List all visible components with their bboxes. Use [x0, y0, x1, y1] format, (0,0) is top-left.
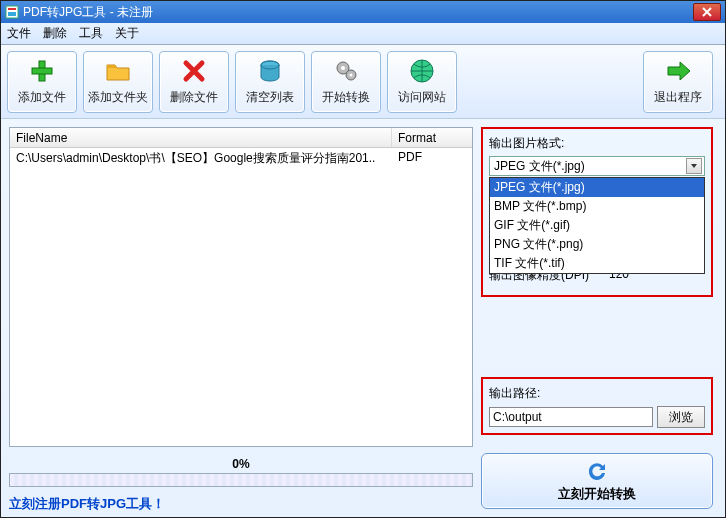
format-option[interactable]: BMP 文件(*.bmp) — [490, 197, 704, 216]
format-option[interactable]: GIF 文件(*.gif) — [490, 216, 704, 235]
menubar: 文件 删除 工具 关于 — [1, 23, 725, 45]
format-selected: JPEG 文件(*.jpg) — [494, 158, 585, 175]
cell-format: PDF — [392, 148, 472, 166]
table-row[interactable]: C:\Users\admin\Desktop\书\【SEO】Google搜索质量… — [10, 148, 472, 166]
close-button[interactable] — [693, 3, 721, 21]
exit-label: 退出程序 — [654, 89, 702, 106]
cell-filename: C:\Users\admin\Desktop\书\【SEO】Google搜索质量… — [10, 148, 392, 166]
folder-icon — [104, 57, 132, 85]
format-dropdown[interactable]: JPEG 文件(*.jpg) BMP 文件(*.bmp) GIF 文件(*.gi… — [489, 177, 705, 274]
browse-button[interactable]: 浏览 — [657, 406, 705, 428]
menu-tools[interactable]: 工具 — [79, 25, 103, 42]
titlebar: PDF转JPG工具 - 未注册 — [1, 1, 725, 23]
progress-section: 0% — [9, 457, 473, 487]
format-option[interactable]: PNG 文件(*.png) — [490, 235, 704, 254]
clear-list-button[interactable]: 清空列表 — [235, 51, 305, 113]
refresh-icon — [585, 459, 609, 483]
format-panel-label: 输出图片格式: — [489, 135, 705, 152]
delete-file-button[interactable]: 删除文件 — [159, 51, 229, 113]
visit-site-label: 访问网站 — [398, 89, 446, 106]
output-panel: 输出路径: 浏览 — [481, 377, 713, 435]
gear-icon — [332, 57, 360, 85]
start-convert-label: 开始转换 — [322, 89, 370, 106]
right-pane: 输出图片格式: JPEG 文件(*.jpg) JPEG 文件(*.jpg) BM… — [481, 119, 721, 517]
left-pane: FileName Format C:\Users\admin\Desktop\书… — [1, 119, 481, 517]
add-folder-label: 添加文件夹 — [88, 89, 148, 106]
svg-point-8 — [341, 66, 345, 70]
col-format[interactable]: Format — [392, 128, 472, 147]
chevron-down-icon — [686, 158, 702, 174]
app-icon — [5, 5, 19, 19]
delete-icon — [180, 57, 208, 85]
file-table[interactable]: FileName Format C:\Users\admin\Desktop\书… — [9, 127, 473, 447]
progress-label: 0% — [9, 457, 473, 471]
toolbar: 添加文件 添加文件夹 删除文件 清空列表 开始转换 访问网站 退出程序 — [1, 45, 725, 119]
svg-point-10 — [350, 74, 353, 77]
start-now-button[interactable]: 立刻开始转换 — [481, 453, 713, 509]
svg-rect-4 — [32, 68, 52, 74]
menu-about[interactable]: 关于 — [115, 25, 139, 42]
window-title: PDF转JPG工具 - 未注册 — [23, 4, 693, 21]
output-panel-label: 输出路径: — [489, 385, 705, 402]
table-header: FileName Format — [10, 128, 472, 148]
register-link[interactable]: 立刻注册PDF转JPG工具！ — [9, 495, 473, 513]
table-body: C:\Users\admin\Desktop\书\【SEO】Google搜索质量… — [10, 148, 472, 446]
col-filename[interactable]: FileName — [10, 128, 392, 147]
add-file-label: 添加文件 — [18, 89, 66, 106]
add-file-button[interactable]: 添加文件 — [7, 51, 77, 113]
delete-file-label: 删除文件 — [170, 89, 218, 106]
arrow-right-icon — [664, 57, 692, 85]
menu-delete[interactable]: 删除 — [43, 25, 67, 42]
format-option[interactable]: TIF 文件(*.tif) — [490, 254, 704, 273]
main-area: FileName Format C:\Users\admin\Desktop\书… — [1, 119, 725, 517]
clear-list-label: 清空列表 — [246, 89, 294, 106]
progress-bar — [9, 473, 473, 487]
svg-rect-1 — [8, 8, 16, 10]
visit-site-button[interactable]: 访问网站 — [387, 51, 457, 113]
globe-icon — [408, 57, 436, 85]
svg-rect-2 — [8, 12, 16, 16]
plus-icon — [28, 57, 56, 85]
format-combo[interactable]: JPEG 文件(*.jpg) — [489, 156, 705, 176]
format-panel: 输出图片格式: JPEG 文件(*.jpg) JPEG 文件(*.jpg) BM… — [481, 127, 713, 297]
menu-file[interactable]: 文件 — [7, 25, 31, 42]
exit-button[interactable]: 退出程序 — [643, 51, 713, 113]
start-now-label: 立刻开始转换 — [558, 485, 636, 503]
database-icon — [256, 57, 284, 85]
add-folder-button[interactable]: 添加文件夹 — [83, 51, 153, 113]
output-path-input[interactable] — [489, 407, 653, 427]
format-option[interactable]: JPEG 文件(*.jpg) — [490, 178, 704, 197]
start-convert-button[interactable]: 开始转换 — [311, 51, 381, 113]
